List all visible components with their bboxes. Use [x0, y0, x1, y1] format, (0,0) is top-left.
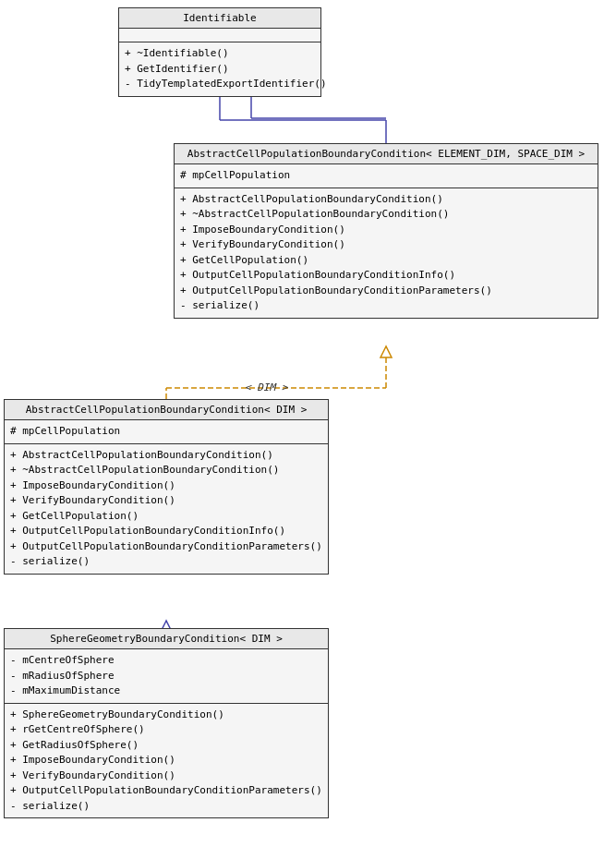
abstract-base-m4: + VerifyBoundaryCondition() [180, 237, 592, 253]
abstract-base-field-1: # mpCellPopulation [180, 168, 592, 184]
identifiable-method-1: + ~Identifiable() [125, 46, 315, 62]
sphere-m4: + ImposeBoundaryCondition() [10, 753, 322, 768]
abstract-base-box: AbstractCellPopulationBoundaryCondition<… [174, 143, 598, 319]
identifiable-method-2: + GetIdentifier() [125, 62, 315, 78]
abstract-base-m3: + ImposeBoundaryCondition() [180, 223, 592, 238]
sphere-geometry-methods: + SphereGeometryBoundaryCondition() + rG… [5, 704, 328, 818]
sphere-field-1: - mCentreOfSphere [10, 653, 322, 669]
sphere-m7: - serialize() [10, 799, 322, 815]
identifiable-section-methods: + ~Identifiable() + GetIdentifier() - Ti… [119, 42, 320, 96]
abstract-dim-field-1: # mpCellPopulation [10, 424, 322, 440]
sphere-m2: + rGetCentreOfSphere() [10, 722, 322, 738]
abstract-dim-m7: + OutputCellPopulationBoundaryConditionP… [10, 539, 322, 555]
sphere-m6: + OutputCellPopulationBoundaryConditionP… [10, 783, 322, 799]
abstract-dim-fields: # mpCellPopulation [5, 420, 328, 444]
abstract-dim-m3: + ImposeBoundaryCondition() [10, 478, 322, 494]
identifiable-section-empty [119, 29, 320, 42]
abstract-base-m2: + ~AbstractCellPopulationBoundaryConditi… [180, 207, 592, 223]
sphere-field-3: - mMaximumDistance [10, 684, 322, 699]
abstract-base-methods: + AbstractCellPopulationBoundaryConditio… [175, 188, 598, 318]
abstract-base-m6: + OutputCellPopulationBoundaryConditionI… [180, 268, 592, 284]
abstract-base-m7: + OutputCellPopulationBoundaryConditionP… [180, 284, 592, 299]
abstract-base-title: AbstractCellPopulationBoundaryCondition<… [175, 144, 598, 164]
abstract-dim-m2: + ~AbstractCellPopulationBoundaryConditi… [10, 463, 322, 478]
sphere-m3: + GetRadiusOfSphere() [10, 738, 322, 754]
abstract-dim-methods: + AbstractCellPopulationBoundaryConditio… [5, 444, 328, 574]
abstract-dim-title: AbstractCellPopulationBoundaryCondition<… [5, 400, 328, 420]
sphere-geometry-fields: - mCentreOfSphere - mRadiusOfSphere - mM… [5, 649, 328, 704]
sphere-field-2: - mRadiusOfSphere [10, 669, 322, 684]
abstract-dim-box: AbstractCellPopulationBoundaryCondition<… [4, 399, 329, 575]
abstract-dim-m6: + OutputCellPopulationBoundaryConditionI… [10, 524, 322, 539]
sphere-geometry-box: SphereGeometryBoundaryCondition< DIM > -… [4, 628, 329, 818]
abstract-dim-m5: + GetCellPopulation() [10, 509, 322, 525]
svg-marker-9 [380, 346, 392, 357]
identifiable-method-3: - TidyTemplatedExportIdentifier() [125, 77, 315, 92]
sphere-m5: + VerifyBoundaryCondition() [10, 768, 322, 784]
dim-label: < DIM > [245, 381, 287, 393]
identifiable-box: Identifiable + ~Identifiable() + GetIden… [118, 7, 321, 97]
abstract-base-m1: + AbstractCellPopulationBoundaryConditio… [180, 192, 592, 208]
abstract-base-m8: - serialize() [180, 298, 592, 314]
abstract-base-fields: # mpCellPopulation [175, 164, 598, 188]
identifiable-title: Identifiable [119, 8, 320, 29]
abstract-base-m5: + GetCellPopulation() [180, 253, 592, 269]
diagram-container: Identifiable + ~Identifiable() + GetIden… [0, 0, 616, 847]
abstract-dim-m8: - serialize() [10, 554, 322, 570]
sphere-geometry-title: SphereGeometryBoundaryCondition< DIM > [5, 629, 328, 649]
abstract-dim-m1: + AbstractCellPopulationBoundaryConditio… [10, 448, 322, 464]
sphere-m1: + SphereGeometryBoundaryCondition() [10, 708, 322, 723]
abstract-dim-m4: + VerifyBoundaryCondition() [10, 493, 322, 509]
